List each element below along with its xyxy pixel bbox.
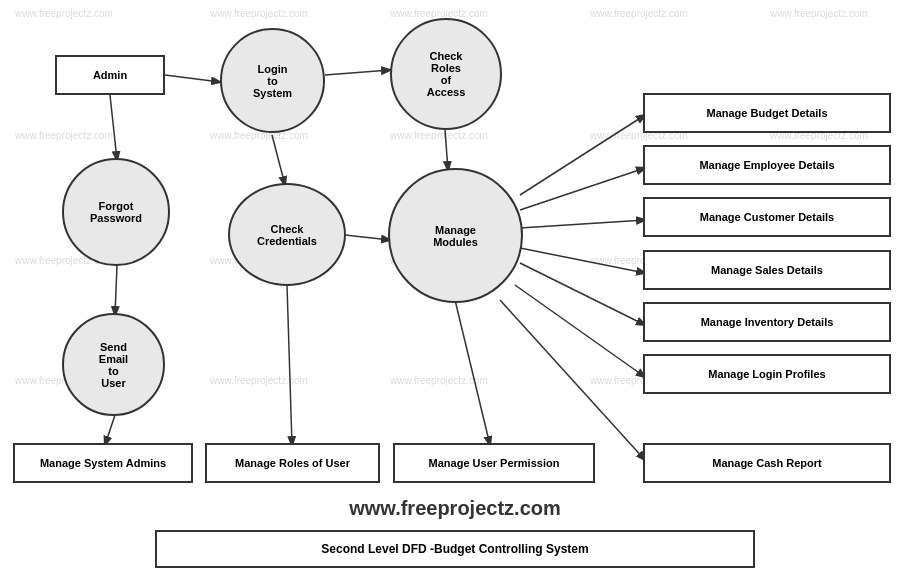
forgot-pwd-node: ForgotPassword xyxy=(62,158,170,266)
svg-line-6 xyxy=(115,265,117,315)
manage-sys-admins-node: Manage System Admins xyxy=(13,443,193,483)
manage-budget-label: Manage Budget Details xyxy=(706,107,827,119)
diagram-container: www.freeprojectz.com www.freeprojectz.co… xyxy=(0,0,916,587)
svg-line-10 xyxy=(520,115,645,195)
watermark-18: www.freeprojectz.com xyxy=(390,375,488,386)
send-email-label: SendEmailtoUser xyxy=(99,341,128,389)
svg-line-4 xyxy=(445,130,448,170)
watermark-2: www.freeprojectz.com xyxy=(210,8,308,19)
manage-cash-node: Manage Cash Report xyxy=(643,443,891,483)
manage-inventory-node: Manage Inventory Details xyxy=(643,302,891,342)
manage-modules-label: ManageModules xyxy=(433,224,478,248)
manage-roles-user-node: Manage Roles of User xyxy=(205,443,380,483)
svg-line-12 xyxy=(520,220,645,228)
svg-line-5 xyxy=(345,235,390,240)
check-roles-label: CheckRolesofAccess xyxy=(427,50,466,98)
watermark-17: www.freeprojectz.com xyxy=(210,375,308,386)
svg-line-15 xyxy=(515,285,645,377)
admin-node: Admin xyxy=(55,55,165,95)
manage-budget-node: Manage Budget Details xyxy=(643,93,891,133)
svg-line-1 xyxy=(110,95,117,160)
caption-label: Second Level DFD -Budget Controlling Sys… xyxy=(321,542,588,556)
svg-line-9 xyxy=(455,300,490,445)
admin-label: Admin xyxy=(93,69,127,81)
manage-employee-label: Manage Employee Details xyxy=(699,159,834,171)
watermark-7: www.freeprojectz.com xyxy=(210,130,308,141)
svg-line-0 xyxy=(165,75,220,82)
manage-employee-node: Manage Employee Details xyxy=(643,145,891,185)
manage-login-node: Manage Login Profiles xyxy=(643,354,891,394)
manage-customer-label: Manage Customer Details xyxy=(700,211,834,223)
login-node: LogintoSystem xyxy=(220,28,325,133)
watermark-4: www.freeprojectz.com xyxy=(590,8,688,19)
manage-customer-node: Manage Customer Details xyxy=(643,197,891,237)
login-label: LogintoSystem xyxy=(253,63,292,99)
watermark-6: www.freeprojectz.com xyxy=(15,130,113,141)
check-creds-node: CheckCredentials xyxy=(228,183,346,286)
manage-sys-admins-label: Manage System Admins xyxy=(40,457,166,469)
svg-line-14 xyxy=(520,263,645,325)
manage-user-perm-node: Manage User Permission xyxy=(393,443,595,483)
manage-inventory-label: Manage Inventory Details xyxy=(701,316,834,328)
svg-line-2 xyxy=(272,135,285,185)
svg-line-7 xyxy=(105,415,115,445)
check-creds-label: CheckCredentials xyxy=(257,223,317,247)
manage-modules-node: ManageModules xyxy=(388,168,523,303)
caption-box: Second Level DFD -Budget Controlling Sys… xyxy=(155,530,755,568)
svg-line-11 xyxy=(520,168,645,210)
manage-roles-user-label: Manage Roles of User xyxy=(235,457,350,469)
watermark-1: www.freeprojectz.com xyxy=(15,8,113,19)
check-roles-node: CheckRolesofAccess xyxy=(390,18,502,130)
svg-line-8 xyxy=(287,285,292,445)
manage-cash-label: Manage Cash Report xyxy=(712,457,821,469)
svg-line-3 xyxy=(325,70,390,75)
forgot-pwd-label: ForgotPassword xyxy=(90,200,142,224)
svg-line-13 xyxy=(520,248,645,273)
watermark-8: www.freeprojectz.com xyxy=(390,130,488,141)
website-label: www.freeprojectz.com xyxy=(230,497,680,520)
send-email-node: SendEmailtoUser xyxy=(62,313,165,416)
manage-login-label: Manage Login Profiles xyxy=(708,368,825,380)
watermark-5: www.freeprojectz.com xyxy=(770,8,868,19)
manage-sales-node: Manage Sales Details xyxy=(643,250,891,290)
svg-line-16 xyxy=(500,300,645,460)
manage-user-perm-label: Manage User Permission xyxy=(429,457,560,469)
manage-sales-label: Manage Sales Details xyxy=(711,264,823,276)
